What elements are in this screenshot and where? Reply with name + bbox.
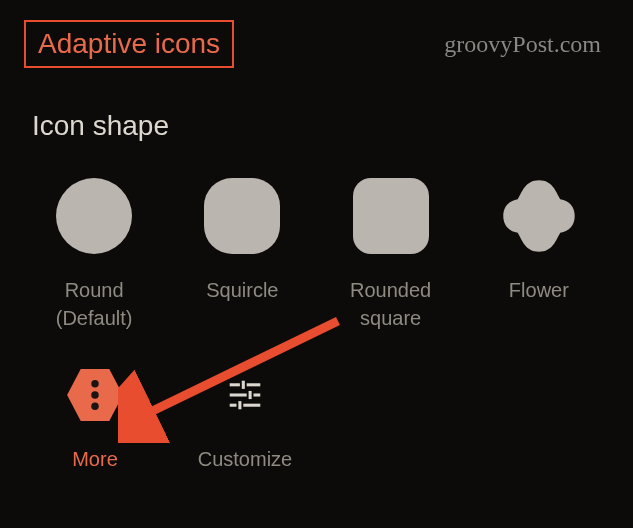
svg-point-3	[91, 402, 98, 409]
shape-option-squircle[interactable]: Squircle	[168, 178, 316, 332]
actions-row: More Customize	[0, 332, 633, 471]
page-title: Adaptive icons	[38, 28, 220, 60]
shape-option-rounded-square[interactable]: Roundedsquare	[317, 178, 465, 332]
shape-option-round[interactable]: Round(Default)	[20, 178, 168, 332]
shape-label: Squircle	[206, 276, 278, 304]
shape-label: Flower	[509, 276, 569, 304]
shape-label: Round(Default)	[56, 276, 133, 332]
svg-point-1	[91, 380, 98, 387]
svg-point-2	[91, 391, 98, 398]
squircle-shape-icon	[204, 178, 280, 254]
sliders-icon	[214, 364, 276, 426]
title-highlight-box: Adaptive icons	[24, 20, 234, 68]
section-title: Icon shape	[0, 68, 633, 142]
more-button[interactable]: More	[20, 364, 170, 471]
icon-shape-options: Round(Default) Squircle Roundedsquare Fl…	[0, 142, 633, 332]
round-shape-icon	[56, 178, 132, 254]
hexagon-more-icon	[64, 364, 126, 426]
shape-option-flower[interactable]: Flower	[465, 178, 613, 332]
watermark: groovyPost.com	[444, 31, 601, 58]
shape-label: Roundedsquare	[350, 276, 431, 332]
rounded-square-shape-icon	[353, 178, 429, 254]
more-label: More	[72, 448, 118, 471]
flower-shape-icon	[501, 178, 577, 254]
customize-button[interactable]: Customize	[170, 364, 320, 471]
customize-label: Customize	[198, 448, 292, 471]
